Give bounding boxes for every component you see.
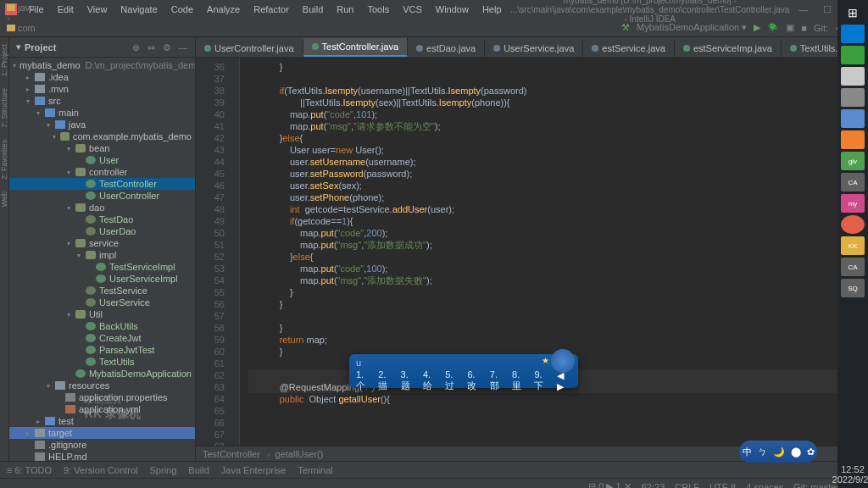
tree-item[interactable]: ParseJwtTest <box>9 344 195 356</box>
event-log-icon[interactable]: ⊟ 0 ▶ 1 ✕ <box>588 481 631 488</box>
tree-item[interactable]: UserServiceImpl <box>9 273 195 285</box>
tree-item[interactable]: ▾main <box>9 107 195 119</box>
project-hide-icon[interactable]: — <box>178 42 188 53</box>
taskbar-app-10[interactable] <box>841 215 865 234</box>
ime-candidate[interactable]: 7.部 <box>490 369 505 392</box>
indent-info[interactable]: 4 spaces <box>746 482 783 489</box>
ime-floating-bar[interactable]: 中 ㄅ 🌙 ⬤ ✿ <box>739 441 817 463</box>
tree-item[interactable]: HELP.md <box>9 451 195 461</box>
tree-item[interactable]: User <box>9 154 195 166</box>
tree-item[interactable]: ▸test <box>9 415 195 427</box>
taskbar-app-11[interactable]: KK <box>841 236 865 255</box>
coverage-button[interactable]: ▣ <box>786 22 794 33</box>
project-select-opened-icon[interactable]: ⊕ <box>132 42 142 53</box>
tree-item[interactable]: ▾dao <box>9 202 195 214</box>
taskbar-app-8[interactable]: CA <box>841 173 865 191</box>
menu-build[interactable]: Build <box>296 4 330 14</box>
bottom-tab[interactable]: Spring <box>150 465 177 475</box>
tree-item[interactable]: UserController <box>9 190 195 202</box>
editor-tab[interactable]: UserService.java <box>485 40 583 57</box>
tree-item[interactable]: ▾service <box>9 237 195 249</box>
menu-run[interactable]: Run <box>330 4 360 14</box>
run-button[interactable]: ▶ <box>754 22 760 33</box>
tree-item[interactable]: ▾impl <box>9 249 195 261</box>
tree-item[interactable]: CreateJwt <box>9 332 195 344</box>
tree-item[interactable]: ▾controller <box>9 166 195 178</box>
maximize-button[interactable]: ☐ <box>815 4 839 15</box>
editor-tab[interactable]: estDao.java <box>408 40 485 57</box>
ime-candidate[interactable]: 5.过 <box>445 369 460 392</box>
ime-candidate[interactable]: 6.改 <box>467 369 482 392</box>
ime-candidate[interactable]: 4.给 <box>423 369 438 392</box>
tree-item[interactable]: ▾com.example.mybatis_demo <box>9 130 195 142</box>
breadcrumb-item[interactable]: com <box>7 23 79 33</box>
editor-tab[interactable]: UserController.java <box>196 40 303 57</box>
structure-tool-tab[interactable]: 7: Structure <box>0 85 8 131</box>
tree-item[interactable]: ▾bean <box>9 142 195 154</box>
build-icon[interactable]: ⚒ <box>621 22 630 33</box>
bottom-tab[interactable]: Terminal <box>298 465 333 475</box>
tree-item[interactable]: TestServiceImpl <box>9 261 195 273</box>
breadcrumb-method[interactable]: getallUser() <box>275 449 324 459</box>
taskbar-app-5[interactable] <box>841 109 865 128</box>
tree-item[interactable]: BackUtils <box>9 320 195 332</box>
tree-item[interactable]: TestDao <box>9 214 195 225</box>
tree-item[interactable]: TestService <box>9 285 195 297</box>
taskbar-app-3[interactable] <box>841 67 865 86</box>
tree-item[interactable]: ▾mybatis_demoD:\m_project\mybatis_demo <box>9 59 195 71</box>
tree-item[interactable]: UserService <box>9 297 195 308</box>
menu-code[interactable]: Code <box>164 4 200 14</box>
breadcrumb-item[interactable]: java <box>7 3 79 13</box>
taskbar-app-7[interactable]: giv <box>841 152 865 170</box>
menu-refactor[interactable]: Refactor <box>247 4 296 14</box>
breadcrumb-class[interactable]: TestController <box>203 449 260 459</box>
taskbar-app-1[interactable] <box>841 25 865 43</box>
tree-item[interactable]: ▾src <box>9 95 195 107</box>
editor-tab[interactable]: estService.java <box>583 40 675 57</box>
taskbar-app-9[interactable]: my <box>841 194 865 213</box>
taskbar-app-2[interactable] <box>841 46 865 64</box>
ime-nav[interactable]: ◀ ▶ <box>557 370 571 392</box>
project-settings-icon[interactable]: ⚙ <box>163 42 173 53</box>
tree-item[interactable]: application.properties <box>9 391 195 403</box>
menu-vcs[interactable]: VCS <box>396 4 429 14</box>
ime-candidate[interactable]: 2.描 <box>378 369 393 392</box>
ime-candidate-popup[interactable]: u 1.个2.描3.题4.给5.过6.改7.部8.里9.下◀ ▶ ★ <box>349 354 578 388</box>
taskbar-app-6[interactable] <box>841 130 865 149</box>
menu-navigate[interactable]: Navigate <box>114 4 164 14</box>
project-tree[interactable]: ▾mybatis_demoD:\m_project\mybatis_demo▸.… <box>9 58 195 461</box>
menu-view[interactable]: View <box>81 4 114 14</box>
project-collapse-icon[interactable]: ⇔ <box>147 42 158 53</box>
windows-taskbar[interactable]: ⊞ giv CA my KK CA SQ 12:52 2022/9/29 <box>837 0 868 488</box>
menu-tools[interactable]: Tools <box>360 4 396 14</box>
bottom-tab[interactable]: 9: Version Control <box>64 465 137 475</box>
project-arrow-icon[interactable]: ▾ <box>16 42 21 53</box>
bottom-tab[interactable]: ≡ 6: TODO <box>7 465 52 475</box>
web-tool-tab[interactable]: Web <box>0 188 8 210</box>
project-tool-tab[interactable]: 1: Project <box>0 41 8 80</box>
tree-item[interactable]: ▸.mvn <box>9 83 195 95</box>
taskbar-app-13[interactable]: SQ <box>841 279 865 297</box>
tree-item[interactable]: ▸.idea <box>9 71 195 83</box>
tree-item[interactable]: ▾Util <box>9 308 195 320</box>
bottom-tab[interactable]: Java Enterprise <box>221 465 286 475</box>
ime-candidate[interactable]: 3.题 <box>401 369 416 392</box>
editor-tab[interactable]: estServiceImp.java <box>675 40 782 57</box>
system-clock[interactable]: 12:52 2022/9/29 <box>832 461 868 488</box>
menu-help[interactable]: Help <box>476 4 509 14</box>
tree-item[interactable]: application.yml <box>9 403 195 415</box>
caret-position[interactable]: 62:23 <box>642 482 665 489</box>
favorites-tool-tab[interactable]: 2: Favorites <box>0 136 8 183</box>
tree-item[interactable]: TestController <box>9 178 195 190</box>
ime-candidate[interactable]: 9.下 <box>534 369 549 392</box>
ime-candidate[interactable]: 1.个 <box>356 369 371 392</box>
bottom-tab[interactable]: Build <box>188 465 209 475</box>
tree-item[interactable]: ▸target <box>9 427 195 439</box>
tree-item[interactable]: ▾java <box>9 119 195 130</box>
stop-button[interactable]: ■ <box>801 23 807 33</box>
tree-item[interactable]: .gitignore <box>9 439 195 451</box>
editor-tab[interactable]: TestController.java <box>303 38 409 57</box>
taskbar-app-12[interactable]: CA <box>841 258 865 276</box>
ime-candidate[interactable]: 8.里 <box>512 369 527 392</box>
start-button[interactable]: ⊞ <box>841 3 865 22</box>
